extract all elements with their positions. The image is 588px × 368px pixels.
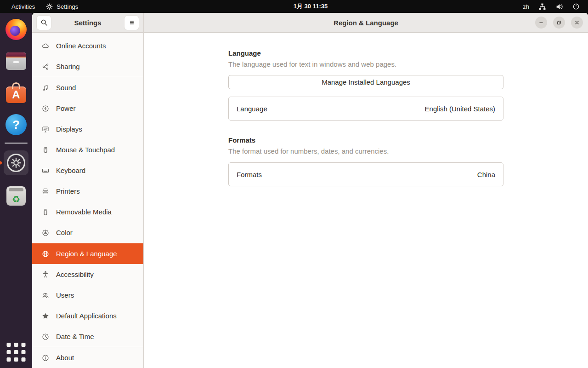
- formats-section-description: The format used for numbers, dates, and …: [228, 147, 503, 155]
- clock-icon: [42, 333, 49, 340]
- activities-button[interactable]: Activities: [11, 0, 35, 13]
- dock-item-files[interactable]: [5, 50, 27, 72]
- ubuntu-software-icon: A: [6, 86, 26, 103]
- users-icon: [42, 292, 49, 299]
- dock-item-ubuntu-software[interactable]: A: [5, 82, 27, 104]
- minimize-button[interactable]: [535, 17, 547, 29]
- power-icon: [572, 3, 580, 10]
- sidebar-item-label: Displays: [56, 125, 82, 133]
- sidebar-item-date-time[interactable]: Date & Time: [32, 326, 143, 347]
- clock[interactable]: 1月 30 11:35: [294, 0, 328, 13]
- sidebar-item-about[interactable]: About: [32, 347, 143, 368]
- star-icon: [42, 312, 49, 320]
- sidebar-item-label: Users: [56, 291, 74, 299]
- dock-item-firefox[interactable]: [5, 18, 27, 40]
- sidebar-item-default-applications[interactable]: Default Applications: [32, 305, 143, 326]
- sidebar-item-power[interactable]: Power: [32, 98, 143, 119]
- restore-icon: [556, 19, 562, 26]
- top-bar: Activities Settings 1月 30 11:35 zh: [0, 0, 588, 13]
- info-icon: [42, 354, 49, 362]
- gear-icon: [46, 3, 53, 10]
- focused-app-indicator[interactable]: Settings: [46, 0, 78, 13]
- dock-item-trash[interactable]: ♻: [5, 185, 27, 207]
- network-icon: [538, 3, 546, 11]
- language-row-label: Language: [237, 105, 267, 113]
- sidebar-item-label: Accessibility: [56, 270, 94, 278]
- formats-row[interactable]: Formats China: [228, 162, 503, 186]
- sidebar-item-online-accounts[interactable]: Online Accounts: [32, 35, 143, 56]
- sidebar-item-label: Date & Time: [56, 333, 94, 340]
- keyboard-icon: [42, 167, 49, 174]
- sidebar-item-color[interactable]: Color: [32, 222, 143, 243]
- sidebar-item-region-language[interactable]: Region & Language: [32, 243, 143, 264]
- sidebar-item-keyboard[interactable]: Keyboard: [32, 160, 143, 181]
- help-icon: ?: [6, 114, 27, 135]
- question-glyph: ?: [12, 119, 20, 131]
- sidebar-item-users[interactable]: Users: [32, 285, 143, 305]
- sidebar-header: Settings: [32, 13, 143, 33]
- sidebar-item-label: Region & Language: [56, 250, 117, 258]
- restore-button[interactable]: [553, 17, 565, 29]
- sidebar-item-label: Color: [56, 229, 73, 236]
- display-icon: [42, 126, 49, 133]
- sidebar-item-mouse-touchpad[interactable]: Mouse & Touchpad: [32, 139, 143, 160]
- sidebar-item-sound[interactable]: Sound: [32, 77, 143, 98]
- sidebar-item-displays[interactable]: Displays: [32, 119, 143, 139]
- sidebar-item-label: Keyboard: [56, 167, 85, 174]
- trash-icon: ♻: [6, 186, 26, 206]
- language-row[interactable]: Language English (United States): [228, 97, 503, 121]
- close-button[interactable]: [571, 17, 583, 29]
- color-wheel-icon: [42, 229, 49, 236]
- page-title: Region & Language: [144, 19, 588, 27]
- show-applications-button[interactable]: [7, 343, 26, 362]
- sidebar-item-label: About: [56, 354, 74, 362]
- share-icon: [42, 63, 49, 70]
- sidebar-item-label: Sound: [56, 84, 76, 92]
- settings-icon: [4, 150, 28, 175]
- formats-row-label: Formats: [237, 171, 262, 178]
- sidebar-item-removable-media[interactable]: Removable Media: [32, 201, 143, 222]
- sidebar-item-printers[interactable]: Printers: [32, 181, 143, 201]
- sidebar-item-label: Default Applications: [56, 312, 117, 320]
- printer-icon: [42, 188, 49, 195]
- region-language-content: Language The language used for text in w…: [144, 33, 588, 368]
- power-bolt-icon: [42, 105, 49, 112]
- close-icon: [574, 19, 580, 26]
- language-row-value: English (United States): [425, 105, 495, 113]
- sidebar-item-accessibility[interactable]: Accessibility: [32, 264, 143, 285]
- sidebar-item-sharing[interactable]: Sharing: [32, 56, 143, 77]
- dock-separator: [5, 143, 28, 144]
- dock: A ? ♻: [0, 13, 32, 368]
- music-note-icon: [42, 84, 49, 92]
- dock-item-help[interactable]: ?: [5, 114, 27, 136]
- sidebar-item-label: Power: [56, 104, 76, 112]
- window-controls: [535, 17, 583, 29]
- main-panel: Region & Language Language The language …: [144, 13, 588, 368]
- volume-icon: [555, 3, 563, 11]
- files-icon: [6, 52, 26, 70]
- software-letter: A: [12, 89, 20, 100]
- firefox-icon: [6, 19, 27, 40]
- system-tray[interactable]: zh: [523, 0, 588, 13]
- main-header: Region & Language: [144, 13, 588, 33]
- focused-app-label: Settings: [57, 3, 78, 10]
- dock-item-settings-active[interactable]: [4, 150, 28, 175]
- menu-button[interactable]: [124, 15, 139, 30]
- gear-icon: [11, 157, 22, 168]
- usb-drive-icon: [42, 208, 49, 216]
- sidebar-item-label: Mouse & Touchpad: [56, 146, 115, 154]
- sidebar-item-label: Removable Media: [56, 208, 112, 216]
- formats-row-value: China: [477, 171, 495, 178]
- formats-section-heading: Formats: [228, 136, 503, 144]
- globe-icon: [42, 250, 49, 258]
- sidebar-item-label: Online Accounts: [56, 42, 106, 50]
- mouse-icon: [42, 146, 49, 154]
- manage-installed-languages-button[interactable]: Manage Installed Languages: [228, 75, 503, 89]
- accessibility-icon: [42, 271, 49, 278]
- minimize-icon: [538, 19, 544, 26]
- language-section-description: The language used for text in windows an…: [228, 60, 503, 68]
- settings-window: Settings Online Accounts: [32, 13, 588, 368]
- sidebar-item-label: Sharing: [56, 63, 80, 70]
- language-section-heading: Language: [228, 49, 503, 57]
- input-method-indicator[interactable]: zh: [523, 3, 529, 10]
